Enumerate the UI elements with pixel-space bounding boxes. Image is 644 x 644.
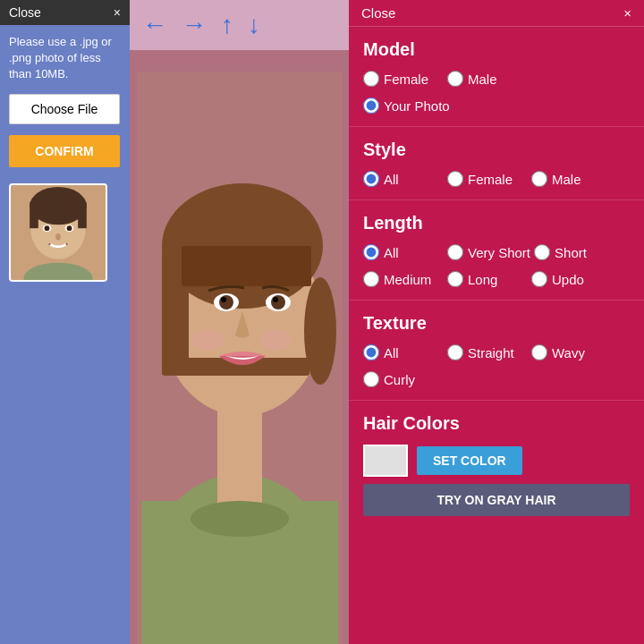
style-all-label: All xyxy=(384,172,399,187)
texture-all-label: All xyxy=(384,345,399,360)
portrait-svg xyxy=(137,72,343,644)
style-option-all[interactable]: All xyxy=(363,171,444,187)
svg-point-16 xyxy=(191,501,289,537)
choose-file-button[interactable]: Choose File xyxy=(9,94,120,124)
svg-point-10 xyxy=(67,225,72,231)
style-section-title: Style xyxy=(363,140,630,160)
length-option-long[interactable]: Long xyxy=(447,271,528,287)
length-medium-label: Medium xyxy=(384,272,431,287)
arrow-down-button[interactable]: ↓ xyxy=(248,13,260,38)
style-female-label: Female xyxy=(468,172,513,187)
model-image-area xyxy=(130,50,349,644)
svg-point-26 xyxy=(271,295,285,309)
style-radio-group: All Female Male xyxy=(363,171,630,191)
right-panel: Close × Model Female Male Your Photo Sty… xyxy=(349,0,644,644)
svg-point-9 xyxy=(45,225,50,231)
hair-colors-title: Hair Colors xyxy=(363,413,630,434)
texture-option-wavy[interactable]: Wavy xyxy=(531,344,612,360)
texture-option-curly[interactable]: Curly xyxy=(363,371,630,387)
left-panel: Close × Please use a .jpg or .png photo … xyxy=(0,0,130,644)
close-icon-right: × xyxy=(623,5,631,21)
svg-point-28 xyxy=(273,297,278,302)
texture-option-straight[interactable]: Straight xyxy=(447,344,528,360)
svg-rect-6 xyxy=(78,202,87,228)
length-section: Length All Very Short Short Medium Long xyxy=(349,200,644,301)
try-gray-button[interactable]: TRY ON GRAY HAIR xyxy=(363,484,630,516)
length-section-title: Length xyxy=(363,213,630,233)
length-all-label: All xyxy=(384,245,399,260)
texture-section: Texture All Straight Wavy Curly xyxy=(349,301,644,401)
texture-wavy-label: Wavy xyxy=(552,345,585,360)
texture-radio-group: All Straight Wavy Curly xyxy=(363,344,630,391)
close-label-right: Close xyxy=(361,5,395,21)
length-option-medium[interactable]: Medium xyxy=(363,271,444,287)
svg-point-11 xyxy=(55,233,61,241)
avatar xyxy=(9,183,107,282)
length-radio-group: All Very Short Short Medium Long Updo xyxy=(363,244,630,291)
color-row: SET COLOR xyxy=(363,445,630,477)
length-updo-label: Updo xyxy=(552,272,584,287)
svg-point-29 xyxy=(192,329,225,351)
svg-point-25 xyxy=(219,295,233,309)
texture-option-all[interactable]: All xyxy=(363,344,444,360)
portrait xyxy=(137,72,343,644)
model-radio-group: Female Male Your Photo xyxy=(363,71,630,117)
texture-curly-label: Curly xyxy=(384,372,415,387)
length-short-label: Short xyxy=(555,245,587,260)
svg-point-30 xyxy=(259,329,292,351)
texture-straight-label: Straight xyxy=(468,345,514,360)
svg-rect-5 xyxy=(30,202,38,228)
model-option-female[interactable]: Female xyxy=(363,71,444,87)
length-option-updo[interactable]: Updo xyxy=(531,271,612,287)
length-option-short[interactable]: Short xyxy=(534,244,614,260)
close-bar-right[interactable]: Close × xyxy=(349,0,644,27)
style-section: Style All Female Male xyxy=(349,127,644,200)
model-your-photo-label: Your Photo xyxy=(384,98,450,114)
style-male-label: Male xyxy=(552,172,581,187)
color-swatch[interactable] xyxy=(363,445,408,477)
model-option-male[interactable]: Male xyxy=(447,71,528,87)
model-section: Model Female Male Your Photo xyxy=(349,27,644,127)
arrow-up-button[interactable]: ↑ xyxy=(221,13,233,38)
arrow-left-button[interactable]: ← xyxy=(142,13,167,38)
length-option-very-short[interactable]: Very Short xyxy=(447,244,530,260)
confirm-button[interactable]: CONFIRM xyxy=(9,135,120,167)
set-color-button[interactable]: SET COLOR xyxy=(417,446,522,475)
model-female-label: Female xyxy=(384,72,428,87)
model-option-your-photo[interactable]: Your Photo xyxy=(363,97,630,114)
style-option-female[interactable]: Female xyxy=(447,171,528,187)
instruction-text: Please use a .jpg or .png photo of less … xyxy=(0,25,130,90)
avatar-image xyxy=(11,185,106,280)
length-very-short-label: Very Short xyxy=(468,245,530,260)
style-option-male[interactable]: Male xyxy=(531,171,612,187)
close-bar-left[interactable]: Close × xyxy=(0,0,130,25)
close-icon-left: × xyxy=(114,5,121,20)
nav-arrows: ← → ↑ ↓ xyxy=(130,0,349,50)
length-long-label: Long xyxy=(468,272,497,287)
model-male-label: Male xyxy=(468,72,497,87)
svg-rect-22 xyxy=(182,246,311,286)
hair-colors-section: Hair Colors SET COLOR TRY ON GRAY HAIR xyxy=(349,401,644,532)
texture-section-title: Texture xyxy=(363,313,630,334)
arrow-right-button[interactable]: → xyxy=(182,13,207,38)
center-panel: ← → ↑ ↓ xyxy=(130,0,349,644)
close-label-left: Close xyxy=(9,5,41,20)
length-option-all[interactable]: All xyxy=(363,244,444,260)
svg-point-27 xyxy=(221,297,226,302)
model-section-title: Model xyxy=(363,39,630,60)
